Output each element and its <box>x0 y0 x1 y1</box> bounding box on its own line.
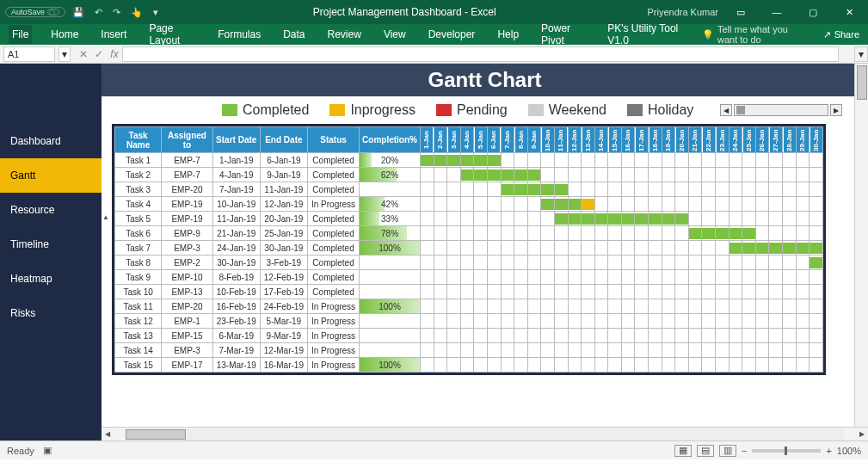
cell-status[interactable]: Completed <box>307 256 359 270</box>
gantt-cell[interactable] <box>447 329 461 343</box>
gantt-cell[interactable] <box>501 299 514 314</box>
cell-task[interactable]: Task 6 <box>115 226 162 241</box>
gantt-vertical-scroller[interactable]: ▲ ▼ <box>102 213 112 440</box>
gantt-cell[interactable] <box>514 270 528 285</box>
gantt-cell[interactable] <box>582 153 595 168</box>
gantt-cell[interactable] <box>675 182 689 197</box>
cell-task[interactable]: Task 3 <box>115 182 162 197</box>
cell-assigned[interactable]: EMP-1 <box>162 314 212 329</box>
gantt-cell[interactable] <box>716 182 729 197</box>
gantt-cell[interactable] <box>769 314 783 329</box>
gantt-cell[interactable] <box>769 329 783 343</box>
cell-status[interactable]: Completed <box>307 241 359 256</box>
gantt-cell[interactable] <box>501 314 514 329</box>
cell-end[interactable]: 12-Feb-19 <box>260 270 307 285</box>
gantt-cell[interactable] <box>662 343 675 358</box>
gantt-cell[interactable] <box>487 153 501 168</box>
gantt-cell[interactable] <box>783 212 797 226</box>
gantt-cell[interactable] <box>702 256 716 270</box>
day-header[interactable]: 11-Jan <box>554 127 568 153</box>
gantt-cell[interactable] <box>688 343 702 358</box>
gantt-cell[interactable] <box>487 168 501 182</box>
gantt-cell[interactable] <box>594 343 608 358</box>
cell-completion[interactable]: 78% <box>360 226 421 241</box>
cell-task[interactable]: Task 4 <box>115 197 162 212</box>
gantt-cell[interactable] <box>554 182 568 197</box>
gantt-cell[interactable] <box>729 226 742 241</box>
tab-data[interactable]: Data <box>280 25 308 44</box>
close-button[interactable]: ✕ <box>835 3 863 22</box>
gantt-cell[interactable] <box>474 358 488 373</box>
cell-status[interactable]: In Progress <box>307 197 359 212</box>
gantt-cell[interactable] <box>608 343 622 358</box>
gantt-cell[interactable] <box>527 168 541 182</box>
gantt-cell[interactable] <box>649 314 662 329</box>
gantt-cell[interactable] <box>608 299 622 314</box>
scroll-track[interactable] <box>734 104 828 116</box>
gantt-cell[interactable] <box>796 226 810 241</box>
gantt-cell[interactable] <box>662 285 675 299</box>
gantt-cell[interactable] <box>635 285 649 299</box>
gantt-cell[interactable] <box>742 182 756 197</box>
cell-start[interactable]: 7-Mar-19 <box>212 343 260 358</box>
vscroll-thumb[interactable] <box>857 65 867 100</box>
gantt-cell[interactable] <box>729 285 742 299</box>
gantt-cell[interactable] <box>447 241 461 256</box>
gantt-cell[interactable] <box>608 314 622 329</box>
gantt-cell[interactable] <box>635 241 649 256</box>
gantt-cell[interactable] <box>621 241 635 256</box>
gantt-cell[interactable] <box>541 358 555 373</box>
undo-button[interactable]: ↶ <box>91 5 106 20</box>
gantt-cell[interactable] <box>769 343 783 358</box>
gantt-cell[interactable] <box>487 343 501 358</box>
gantt-cell[interactable] <box>514 314 528 329</box>
gantt-cell[interactable] <box>474 212 488 226</box>
table-row[interactable]: Task 14EMP-37-Mar-1912-Mar-19In Progress <box>115 343 823 358</box>
gantt-cell[interactable] <box>420 226 434 241</box>
gantt-cell[interactable] <box>675 197 689 212</box>
gantt-cell[interactable] <box>501 153 514 168</box>
gantt-cell[interactable] <box>662 197 675 212</box>
col-end[interactable]: End Date <box>260 127 307 153</box>
gantt-cell[interactable] <box>635 256 649 270</box>
gantt-cell[interactable] <box>420 168 434 182</box>
gantt-cell[interactable] <box>554 329 568 343</box>
cell-task[interactable]: Task 10 <box>115 285 162 299</box>
gantt-cell[interactable] <box>702 182 716 197</box>
zoom-in-button[interactable]: + <box>826 446 831 456</box>
gantt-cell[interactable] <box>420 212 434 226</box>
expand-formula-bar-button[interactable]: ▾ <box>854 46 868 62</box>
gantt-cell[interactable] <box>755 241 769 256</box>
cell-task[interactable]: Task 2 <box>115 168 162 182</box>
gantt-cell[interactable] <box>568 197 582 212</box>
cell-assigned[interactable]: EMP-20 <box>162 182 212 197</box>
gantt-cell[interactable] <box>742 212 756 226</box>
cell-task[interactable]: Task 8 <box>115 256 162 270</box>
gantt-cell[interactable] <box>582 226 595 241</box>
cell-end[interactable]: 24-Feb-19 <box>260 299 307 314</box>
gantt-cell[interactable] <box>621 226 635 241</box>
gantt-cell[interactable] <box>527 314 541 329</box>
gantt-cell[interactable] <box>810 299 823 314</box>
tab-view[interactable]: View <box>380 25 409 44</box>
gantt-cell[interactable] <box>434 226 447 241</box>
gantt-cell[interactable] <box>608 285 622 299</box>
cell-completion[interactable] <box>360 343 421 358</box>
enter-formula-button[interactable]: ✓ <box>91 46 107 62</box>
gantt-cell[interactable] <box>582 314 595 329</box>
cell-assigned[interactable]: EMP-15 <box>162 329 212 343</box>
gantt-cell[interactable] <box>635 270 649 285</box>
gantt-cell[interactable] <box>447 197 461 212</box>
gantt-cell[interactable] <box>460 197 474 212</box>
gantt-cell[interactable] <box>608 241 622 256</box>
gantt-cell[interactable] <box>649 299 662 314</box>
gantt-cell[interactable] <box>474 168 488 182</box>
gantt-cell[interactable] <box>702 226 716 241</box>
gantt-cell[interactable] <box>716 329 729 343</box>
gantt-cell[interactable] <box>514 329 528 343</box>
gantt-cell[interactable] <box>675 256 689 270</box>
gantt-cell[interactable] <box>702 285 716 299</box>
gantt-cell[interactable] <box>568 182 582 197</box>
gantt-cell[interactable] <box>447 358 461 373</box>
gantt-cell[interactable] <box>554 285 568 299</box>
